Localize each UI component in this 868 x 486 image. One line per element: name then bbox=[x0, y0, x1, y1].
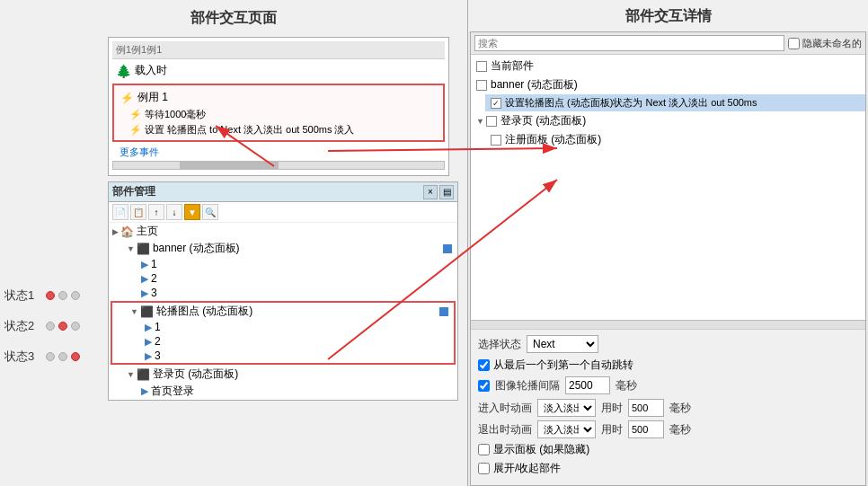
interaction-page-panel: 例1例1例1 🌲 载入时 ⚡ 例用 1 ⚡ 等待1000毫秒 ⚡ 设置 轮播图点 bbox=[108, 37, 449, 176]
blue-indicator-banner bbox=[443, 244, 452, 253]
event-set-label: 设置 轮播图点 to Next 淡入淡出 out 500ms 淡入 bbox=[145, 123, 355, 137]
cm-btn-unpin[interactable]: × bbox=[423, 185, 438, 199]
left-title: 部件交互页面 bbox=[0, 9, 467, 28]
exit-time-input[interactable] bbox=[628, 420, 664, 438]
tree-label-banner: banner (动态面板) bbox=[153, 241, 240, 256]
expand-arrow-home: ▶ bbox=[112, 227, 119, 236]
state-row-1: 状态1 bbox=[4, 287, 80, 304]
tree-item-carousel[interactable]: ▼ ⬛ 轮播图点 (动态面板) bbox=[127, 303, 454, 320]
checkbox-set-state[interactable] bbox=[491, 98, 501, 109]
dot-2-3 bbox=[71, 322, 80, 331]
hide-unnamed-checkbox[interactable] bbox=[788, 38, 800, 49]
tree-item-home[interactable]: ▶ 🏠 主页 bbox=[109, 223, 457, 240]
expand-checkbox[interactable] bbox=[478, 463, 490, 474]
cm-btn-float[interactable]: ▤ bbox=[439, 185, 454, 199]
enter-time-input[interactable] bbox=[628, 399, 664, 417]
toolbar-btn-search[interactable]: 🔍 bbox=[202, 204, 218, 220]
cm-controls: × ▤ bbox=[423, 185, 454, 199]
bolt-icon-1: ⚡ bbox=[129, 109, 142, 120]
tree-item-carousel-1[interactable]: ▶ 1 bbox=[141, 320, 454, 334]
more-events-link[interactable]: 更多事件 bbox=[120, 146, 445, 159]
right-tree-register[interactable]: 注册面板 (动态面板) bbox=[485, 130, 865, 149]
tree-item-banner-2[interactable]: ▶ 2 bbox=[137, 271, 457, 286]
interval-checkbox[interactable] bbox=[478, 380, 490, 392]
label-banner: banner (动态面板) bbox=[491, 77, 578, 93]
tree-item-banner-3[interactable]: ▶ 3 bbox=[137, 286, 457, 300]
expand-arrow-carousel: ▼ bbox=[130, 307, 138, 316]
cm-header: 部件管理 × ▤ bbox=[109, 182, 457, 202]
tree-item-banner[interactable]: ▼ ⬛ banner (动态面板) bbox=[123, 240, 457, 257]
select-state-dropdown[interactable]: Next bbox=[527, 335, 598, 353]
state-labels: 状态1 状态2 状态3 bbox=[4, 287, 80, 379]
tree-label-banner-2: 2 bbox=[151, 272, 157, 285]
tree-label-carousel-1: 1 bbox=[155, 321, 161, 333]
cm-title: 部件管理 bbox=[112, 184, 155, 199]
tree-item-login[interactable]: ▼ ⬛ 登录页 (动态面板) bbox=[123, 366, 457, 383]
show-panel-checkbox[interactable] bbox=[478, 444, 490, 455]
right-tree-banner[interactable]: banner (动态面板) bbox=[471, 75, 865, 94]
exit-anim-label: 退出时动画 bbox=[478, 422, 532, 437]
right-tree-current[interactable]: 当前部件 bbox=[471, 57, 865, 75]
checkbox-register[interactable] bbox=[491, 135, 501, 146]
auto-loop-checkbox[interactable] bbox=[478, 359, 490, 371]
search-input[interactable] bbox=[474, 35, 784, 51]
interval-input[interactable] bbox=[565, 376, 610, 394]
left-panel: 部件交互页面 例1例1例1 🌲 载入时 ⚡ 例用 1 ⚡ 等待1000毫秒 bbox=[0, 0, 467, 486]
toolbar-btn-down[interactable]: ↓ bbox=[166, 204, 182, 220]
right-scrollbar[interactable] bbox=[471, 320, 865, 329]
event-example-1: ⚡ 例用 1 bbox=[117, 88, 440, 107]
state-label-2: 状态2 bbox=[4, 318, 42, 334]
carousel-page-icon-1: ▶ bbox=[145, 322, 152, 333]
enter-anim-dropdown[interactable]: 淡入淡出 bbox=[537, 399, 596, 417]
checkbox-current[interactable] bbox=[476, 61, 487, 72]
event-wait-label: 等待1000毫秒 bbox=[145, 108, 206, 121]
toolbar-btn-copy[interactable]: 📋 bbox=[130, 204, 146, 220]
hide-unnamed-checkbox-row: 隐藏未命名的 bbox=[788, 37, 862, 50]
show-panel-row: 显示面板 (如果隐藏) bbox=[478, 442, 858, 457]
select-state-row: 选择状态 Next bbox=[478, 335, 858, 353]
dot-2-1 bbox=[46, 322, 55, 331]
toolbar-btn-filter[interactable]: ▼ bbox=[184, 204, 200, 220]
tree-label-login: 登录页 (动态面板) bbox=[153, 367, 238, 382]
right-panel: 部件交互详情 隐藏未命名的 当前部件 banner (动态面板) bbox=[467, 0, 868, 486]
dot-1-3 bbox=[71, 291, 80, 300]
interval-label: 图像轮播间隔 bbox=[495, 378, 560, 393]
tree-item-banner-1[interactable]: ▶ 1 bbox=[137, 257, 457, 271]
label-set-state: 设置轮播图点 (动态面板)状态为 Next 淡入淡出 out 500ms bbox=[505, 96, 757, 110]
main-container: 部件交互页面 例1例1例1 🌲 载入时 ⚡ 例用 1 ⚡ 等待1000毫秒 bbox=[0, 0, 868, 486]
toolbar-btn-up[interactable]: ↑ bbox=[148, 204, 164, 220]
checkbox-login-page[interactable] bbox=[486, 116, 497, 127]
enter-anim-row: 进入时动画 淡入淡出 用时 毫秒 bbox=[478, 399, 858, 417]
event-wait: ⚡ 等待1000毫秒 bbox=[126, 107, 440, 122]
tree-item-carousel-2[interactable]: ▶ 2 bbox=[141, 334, 454, 349]
page-icon-1: ▶ bbox=[141, 259, 148, 270]
expand-row: 展开/收起部件 bbox=[478, 461, 858, 476]
tree-label-carousel-3: 3 bbox=[155, 349, 161, 362]
state-label-1: 状态1 bbox=[4, 287, 42, 304]
blue-indicator-carousel bbox=[439, 307, 448, 316]
right-tree-set-state[interactable]: 设置轮播图点 (动态面板)状态为 Next 淡入淡出 out 500ms bbox=[485, 94, 865, 111]
right-title: 部件交互详情 bbox=[468, 0, 868, 31]
folder-icon-home: 🏠 bbox=[120, 225, 134, 238]
toolbar-btn-add[interactable]: 📄 bbox=[112, 204, 128, 220]
h-scrollbar-top[interactable] bbox=[112, 161, 445, 170]
page-icon-homepage: ▶ bbox=[141, 385, 148, 397]
search-bar: 隐藏未命名的 bbox=[471, 32, 865, 55]
tree-item-homepage-login[interactable]: ▶ 首页登录 bbox=[137, 383, 457, 400]
exit-anim-dropdown[interactable]: 淡入淡出 bbox=[537, 420, 596, 438]
carousel-page-icon-2: ▶ bbox=[145, 336, 152, 348]
expand-arrow-login: ▼ bbox=[127, 370, 135, 379]
right-content: 隐藏未命名的 当前部件 banner (动态面板) 设置轮播图点 (动态面板)状… bbox=[470, 31, 866, 486]
state-label-3: 状态3 bbox=[4, 349, 42, 365]
tree-item-carousel-3[interactable]: ▶ 3 bbox=[141, 349, 454, 363]
page-icon-3: ▶ bbox=[141, 287, 148, 299]
panel-header: 例1例1例1 bbox=[112, 41, 445, 59]
cm-toolbar: 📄 📋 ↑ ↓ ▼ 🔍 bbox=[109, 202, 457, 223]
page-icon-2: ▶ bbox=[141, 273, 148, 285]
tree-label-banner-3: 3 bbox=[151, 287, 157, 299]
component-manager: 部件管理 × ▤ 📄 📋 ↑ ↓ ▼ 🔍 ▶ 🏠 主页 bbox=[108, 181, 458, 401]
scrollbar-thumb bbox=[180, 162, 279, 169]
right-tree-login-page[interactable]: ▼ 登录页 (动态面板) bbox=[471, 111, 865, 130]
checkbox-banner[interactable] bbox=[476, 80, 487, 91]
dynamic-icon-carousel: ⬛ bbox=[140, 305, 154, 318]
